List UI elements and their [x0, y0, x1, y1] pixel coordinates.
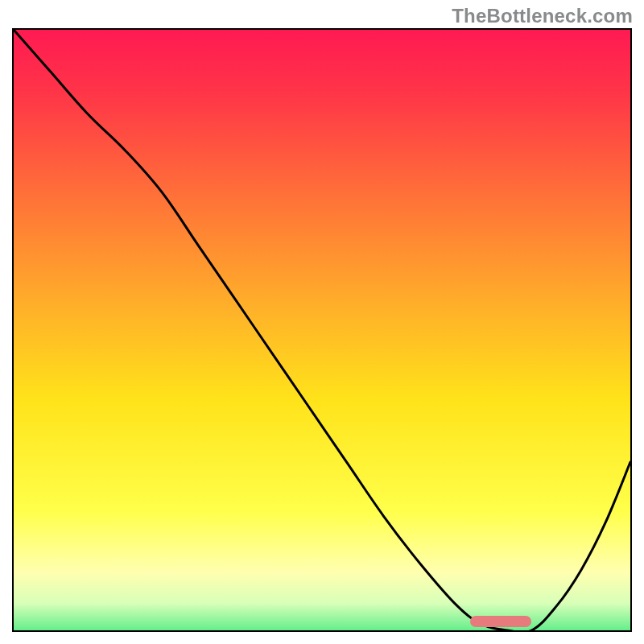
plot-area	[12, 28, 632, 632]
curve-layer	[14, 30, 630, 630]
sweet-spot-bar	[470, 616, 532, 627]
chart-stage: TheBottleneck.com	[0, 0, 644, 644]
watermark-text: TheBottleneck.com	[452, 5, 633, 27]
bottleneck-curve-path	[14, 30, 630, 630]
